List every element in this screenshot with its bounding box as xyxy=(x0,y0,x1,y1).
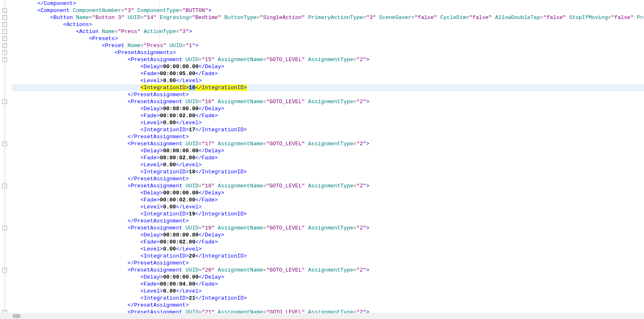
fold-toggle[interactable] xyxy=(2,99,7,104)
code-line[interactable]: <Level>0.00</Level> xyxy=(12,203,644,210)
code-line[interactable]: <Fade>00:00:05.00</Fade> xyxy=(12,70,644,77)
code-line[interactable]: <PresetAssignment UUID="17" AssignmentNa… xyxy=(12,140,644,147)
code-line[interactable]: <Level>0.00</Level> xyxy=(12,288,644,295)
code-line[interactable]: <PresetAssignment UUID="18" AssignmentNa… xyxy=(12,182,644,189)
code-line[interactable]: <Fade>00:00:02.00</Fade> xyxy=(12,196,644,203)
horizontal-scrollbar[interactable] xyxy=(0,313,644,319)
code-line[interactable]: </PresetAssignment> xyxy=(12,302,644,309)
code-line[interactable]: <Level>0.00</Level> xyxy=(12,77,644,84)
code-line[interactable]: <PresetAssignment UUID="15" AssignmentNa… xyxy=(12,56,644,63)
code-line[interactable]: <IntegrationID>21</IntegrationID> xyxy=(12,295,644,302)
fold-toggle[interactable] xyxy=(2,142,7,146)
code-editor[interactable]: </Component> <Component ComponentNumber=… xyxy=(0,0,644,319)
code-line[interactable]: <Button Name="Button 3" UUID="14" Engrav… xyxy=(12,14,644,21)
code-line[interactable]: <Action Name="Press" ActionType="3"> xyxy=(12,28,644,35)
code-line[interactable]: </PresetAssignment> xyxy=(12,91,644,98)
code-line[interactable]: <Component ComponentNumber="3" Component… xyxy=(12,7,644,14)
code-line[interactable]: <IntegrationID>16</IntegrationID> xyxy=(12,84,644,91)
code-line[interactable]: <IntegrationID>18</IntegrationID> xyxy=(12,168,644,175)
code-line[interactable]: <Delay>00:00:00.00</Delay> xyxy=(12,147,644,154)
code-line[interactable]: <PresetAssignment UUID="16" AssignmentNa… xyxy=(12,98,644,105)
code-line[interactable]: <IntegrationID>20</IntegrationID> xyxy=(12,253,644,260)
code-line[interactable]: <Delay>00:00:00.00</Delay> xyxy=(12,274,644,281)
code-line[interactable]: <Fade>00:00:04.00</Fade> xyxy=(12,281,644,288)
fold-toggle[interactable] xyxy=(2,22,7,27)
code-line[interactable]: <Fade>00:00:02.00</Fade> xyxy=(12,239,644,246)
code-line[interactable]: <Level>0.00</Level> xyxy=(12,119,644,126)
code-line[interactable]: </Component> xyxy=(12,0,644,7)
fold-toggle[interactable] xyxy=(2,57,7,62)
code-line[interactable]: <IntegrationID>19</IntegrationID> xyxy=(12,210,644,217)
fold-toggle[interactable] xyxy=(2,36,7,41)
code-line[interactable]: <PresetAssignments> xyxy=(12,49,644,56)
code-line[interactable]: </PresetAssignment> xyxy=(12,260,644,267)
code-line[interactable]: <PresetAssignment UUID="20" AssignmentNa… xyxy=(12,267,644,274)
code-line[interactable]: <Level>0.00</Level> xyxy=(12,161,644,168)
code-area[interactable]: </Component> <Component ComponentNumber=… xyxy=(10,0,644,319)
code-line[interactable]: <Level>0.00</Level> xyxy=(12,246,644,253)
code-line[interactable]: <Presets> xyxy=(12,35,644,42)
fold-toggle[interactable] xyxy=(2,50,7,55)
fold-toggle[interactable] xyxy=(2,226,7,230)
code-line[interactable]: </PresetAssignment> xyxy=(12,133,644,140)
fold-gutter[interactable] xyxy=(0,0,10,319)
fold-toggle[interactable] xyxy=(2,184,7,188)
code-line[interactable]: <Delay>00:00:00.00</Delay> xyxy=(12,232,644,239)
code-line[interactable]: <PresetAssignment UUID="19" AssignmentNa… xyxy=(12,224,644,232)
fold-toggle[interactable] xyxy=(2,8,7,13)
scrollbar-thumb[interactable] xyxy=(12,314,21,318)
code-line[interactable]: <Delay>00:00:00.00</Delay> xyxy=(12,63,644,70)
code-line[interactable]: <Fade>00:00:02.00</Fade> xyxy=(12,112,644,119)
fold-toggle[interactable] xyxy=(2,29,7,34)
fold-toggle[interactable] xyxy=(2,15,7,20)
code-line[interactable]: <Delay>00:00:00.00</Delay> xyxy=(12,105,644,112)
fold-toggle[interactable] xyxy=(2,43,7,48)
code-line[interactable]: </PresetAssignment> xyxy=(12,217,644,224)
code-line[interactable]: </PresetAssignment> xyxy=(12,175,644,182)
code-line[interactable]: <Actions> xyxy=(12,21,644,28)
code-line[interactable]: <IntegrationID>17</IntegrationID> xyxy=(12,126,644,133)
code-line[interactable]: <Preset Name="Press" UUID="1"> xyxy=(12,42,644,49)
code-line[interactable]: <Fade>00:00:02.00</Fade> xyxy=(12,154,644,161)
fold-toggle[interactable] xyxy=(2,268,7,272)
code-line[interactable]: <Delay>00:00:00.00</Delay> xyxy=(12,189,644,196)
